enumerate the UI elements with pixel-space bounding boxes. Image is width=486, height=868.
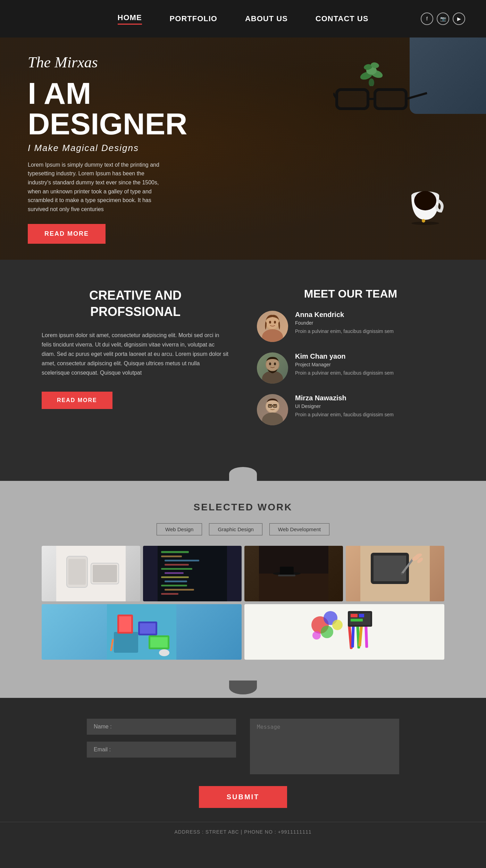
member-desc-2: Proin a pulvinar enim, faucibus dignissi… <box>295 369 394 377</box>
youtube-icon[interactable]: ▶ <box>453 12 465 25</box>
tab-graphic-design[interactable]: Graphic Design <box>209 523 262 535</box>
svg-rect-56 <box>278 575 295 576</box>
name-label: Name : <box>94 724 112 730</box>
member-name-3: Mirza Nawazish <box>295 394 394 402</box>
about-section: CREATIVE ANDPROFSSIONAL Lorem ipsum dolo… <box>0 260 486 464</box>
svg-rect-73 <box>150 637 168 648</box>
footer: ADDRESS : STREET ABC | PHONE NO : +99111… <box>0 822 486 842</box>
portfolio-tabs: Web Design Graphic Design Web Developmen… <box>42 523 444 535</box>
portfolio-section: SELECTED WORK Web Design Graphic Design … <box>0 481 486 681</box>
name-field: Name : <box>87 719 236 735</box>
hero-subtitle: I Make Magical Designs <box>28 143 167 153</box>
team-member-2: Kim Chan yaon Project Manager Proin a pu… <box>257 352 444 384</box>
about-title: CREATIVE ANDPROFSSIONAL <box>42 287 229 320</box>
portfolio-row-2 <box>42 604 444 660</box>
svg-rect-70 <box>140 623 156 634</box>
member-name-2: Kim Chan yaon <box>295 352 394 360</box>
tab-web-design[interactable]: Web Design <box>157 523 202 535</box>
member-role-2: Project Manager <box>295 362 394 367</box>
avatar-kim <box>257 352 288 384</box>
plant-decoration <box>358 58 385 86</box>
svg-point-74 <box>159 649 169 656</box>
about-left: CREATIVE ANDPROFSSIONAL Lorem ipsum dolo… <box>42 287 229 436</box>
svg-rect-43 <box>165 560 199 561</box>
facebook-icon[interactable]: f <box>421 12 433 25</box>
svg-point-16 <box>422 219 425 223</box>
tab-web-development[interactable]: Web Development <box>269 523 329 535</box>
svg-rect-39 <box>93 565 117 582</box>
connector-top <box>0 464 486 481</box>
svg-point-13 <box>411 222 439 225</box>
svg-rect-47 <box>161 576 189 578</box>
submit-wrap: SUBMIT <box>42 786 444 808</box>
portfolio-img-6[interactable] <box>244 604 444 660</box>
svg-rect-41 <box>161 551 189 553</box>
about-body: Lorem ipsum dolor sit amet, consectetur … <box>42 331 229 378</box>
member-info-3: Mirza Nawazish UI Designer Proin a pulvi… <box>295 394 394 418</box>
avatar-anna <box>257 311 288 342</box>
coffee-decoration <box>406 187 444 225</box>
svg-rect-50 <box>165 589 194 591</box>
svg-point-18 <box>262 329 283 342</box>
svg-point-20 <box>269 321 271 324</box>
message-textarea[interactable] <box>250 719 399 774</box>
svg-rect-46 <box>165 572 184 574</box>
hero-body: Lorem Ipsum is simply dummy text of the … <box>28 160 167 214</box>
portfolio-row-1 <box>42 546 444 601</box>
svg-point-34 <box>274 404 276 407</box>
svg-rect-42 <box>161 556 182 557</box>
svg-rect-12 <box>375 90 406 109</box>
portfolio-img-2[interactable] <box>143 546 242 601</box>
email-input[interactable] <box>114 746 229 753</box>
about-cta-button[interactable]: READ MORE <box>42 392 112 409</box>
contact-form: Name : Email : <box>87 719 399 776</box>
svg-rect-66 <box>114 632 138 653</box>
social-icons: f 📷 ▶ <box>421 12 465 25</box>
member-info-2: Kim Chan yaon Project Manager Proin a pu… <box>295 352 394 377</box>
svg-point-28 <box>262 412 283 425</box>
portfolio-img-1[interactable] <box>42 546 140 601</box>
contact-section: Name : Email : SUBMIT <box>0 698 486 822</box>
team-member-3: Mirza Nawazish UI Designer Proin a pulvi… <box>257 394 444 425</box>
svg-point-25 <box>269 362 271 365</box>
svg-line-10 <box>406 93 427 99</box>
hero-section: The Mirxas I AMDESIGNER I Make Magical D… <box>0 37 486 260</box>
member-name-1: Anna Kendrick <box>295 311 394 319</box>
svg-point-26 <box>274 362 276 365</box>
hero-cta-button[interactable]: READ MORE <box>28 224 106 244</box>
svg-rect-11 <box>337 90 368 109</box>
svg-rect-48 <box>165 581 187 582</box>
svg-point-24 <box>266 358 279 371</box>
name-input[interactable] <box>115 724 229 730</box>
portfolio-img-3[interactable] <box>244 546 343 601</box>
svg-point-21 <box>274 321 276 324</box>
portfolio-img-4[interactable] <box>346 546 444 601</box>
portfolio-img-5[interactable] <box>42 604 242 660</box>
nav-contact[interactable]: CONTACT US <box>316 14 369 23</box>
svg-rect-55 <box>280 567 294 575</box>
email-label: Email : <box>94 746 111 753</box>
glasses-decoration <box>333 83 430 114</box>
nav-portfolio[interactable]: PORTFOLIO <box>170 14 217 23</box>
member-desc-3: Proin a pulvinar enim, faucibus dignissi… <box>295 411 394 418</box>
svg-point-19 <box>266 317 279 329</box>
svg-point-33 <box>269 404 271 407</box>
team-title: MEET OUR TEAM <box>257 287 444 300</box>
nav-home[interactable]: HOME <box>118 13 142 25</box>
team-section: MEET OUR TEAM Anna Kendric <box>257 287 444 436</box>
svg-rect-68 <box>119 616 131 632</box>
svg-rect-89 <box>359 614 364 617</box>
hero-content: The Mirxas I AMDESIGNER I Make Magical D… <box>0 37 194 260</box>
connector-tab-top <box>229 467 257 481</box>
svg-rect-37 <box>68 559 86 585</box>
avatar-mirza <box>257 394 288 425</box>
member-role-3: UI Designer <box>295 403 394 409</box>
submit-button[interactable]: SUBMIT <box>199 786 287 808</box>
svg-rect-88 <box>351 614 358 617</box>
instagram-icon[interactable]: 📷 <box>437 12 449 25</box>
nav-about[interactable]: ABOUT US <box>245 14 288 23</box>
team-member-1: Anna Kendrick Founder Proin a pulvinar e… <box>257 311 444 342</box>
connector-tab-bottom <box>229 681 257 694</box>
email-field: Email : <box>87 742 236 758</box>
contact-right <box>250 719 399 776</box>
